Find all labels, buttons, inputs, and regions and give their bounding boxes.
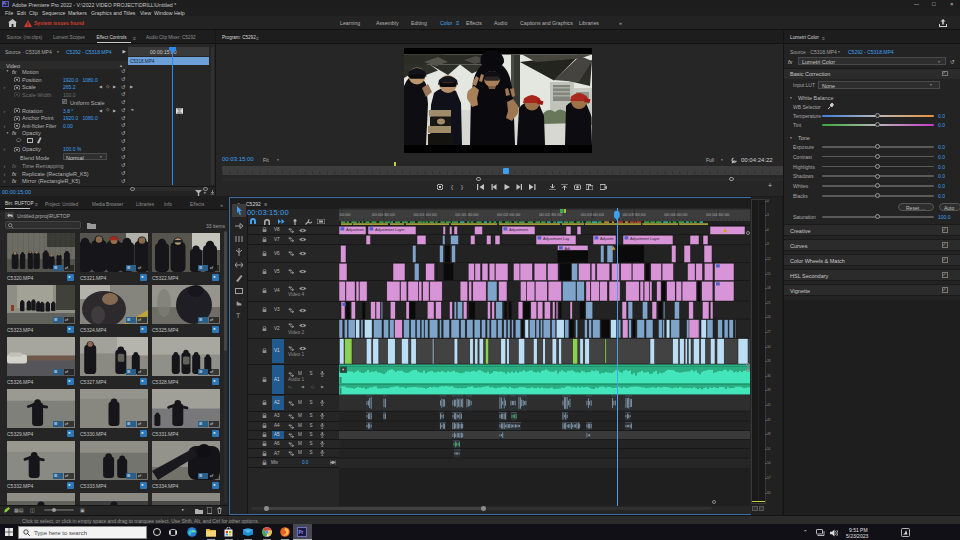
svg-text:00:02:00:00: 00:02:00:00	[497, 212, 521, 217]
svg-text:00:04:00:00: 00:04:00:00	[664, 212, 688, 217]
svg-text:00:03:30:00: 00:03:30:00	[622, 212, 646, 217]
svg-text:00:00:30:00: 00:00:30:00	[372, 212, 396, 217]
svg-text:Adjustmen: Adjustmen	[346, 228, 364, 232]
svg-text:00:00: 00:00	[340, 212, 352, 217]
svg-text:Adjustment: Adjustment	[509, 228, 529, 232]
svg-text:00:04:30:00: 00:04:30:00	[706, 212, 730, 217]
svg-text:Adjustm: Adjustm	[600, 237, 614, 241]
svg-text:Adjustment Layer: Adjustment Layer	[630, 237, 660, 241]
svg-text:00:01:30:00: 00:01:30:00	[455, 212, 479, 217]
svg-text:00:01:00:00: 00:01:00:00	[413, 212, 437, 217]
svg-text:00:03:00:00: 00:03:00:00	[581, 212, 605, 217]
svg-text:00:02:30:00: 00:02:30:00	[539, 212, 563, 217]
svg-text:Adjustment Lay: Adjustment Lay	[543, 237, 569, 241]
svg-text:Adjustment Layer: Adjustment Layer	[375, 228, 405, 232]
svg-text:Adj: Adj	[565, 247, 571, 251]
